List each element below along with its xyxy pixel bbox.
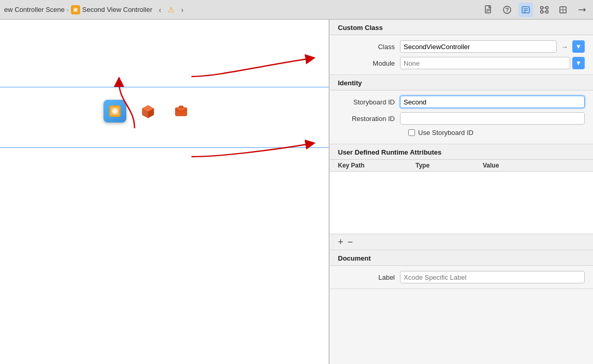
module-row: Module ▼ (338, 57, 585, 69)
nav-next-button[interactable]: › (176, 4, 188, 16)
svg-point-16 (546, 10, 548, 13)
table-footer: + − (330, 234, 593, 250)
runtime-attributes-header: User Defined Runtime Attributes (330, 144, 593, 160)
use-storyboard-id-label[interactable]: Use Storyboard ID (418, 129, 473, 136)
class-label: Class (338, 43, 400, 51)
icon-row (103, 100, 192, 123)
module-select-button[interactable]: ▼ (572, 57, 585, 69)
file-toolbar-button[interactable] (481, 3, 496, 17)
arrow-right-class-svg (176, 51, 321, 82)
restoration-id-input[interactable] (400, 112, 585, 125)
class-select-button[interactable]: ▼ (572, 40, 585, 53)
document-label-input-wrapper (400, 271, 585, 283)
controller-icon (71, 5, 80, 14)
col-value-header: Value (483, 162, 585, 169)
class-row: Class → ▼ (338, 40, 585, 53)
breadcrumb-scene: ew Controller Scene (4, 6, 65, 13)
table-body (330, 172, 593, 234)
restoration-id-row: Restoration ID (338, 112, 585, 125)
restoration-id-label: Restoration ID (338, 115, 400, 123)
nav-prev-button[interactable]: ‹ (154, 4, 166, 16)
help-toolbar-button[interactable]: ? (500, 3, 514, 17)
module-label: Module (338, 59, 400, 67)
document-label-input[interactable] (400, 271, 585, 283)
custom-class-header: Custom Class (330, 20, 593, 35)
right-panel: Custom Class Class → ▼ Module ▼ Identity (329, 20, 593, 364)
col-type-header: Type (416, 162, 483, 169)
selection-border-top (0, 87, 329, 87)
svg-point-2 (75, 9, 77, 11)
svg-point-15 (541, 10, 543, 13)
document-label-label: Label (338, 274, 400, 281)
svg-point-27 (114, 110, 116, 112)
use-storyboard-id-row: Use Storyboard ID (338, 129, 585, 136)
table-header-row: Key Path Type Value (330, 160, 593, 172)
restoration-id-input-wrapper (400, 112, 585, 125)
box-icon-button[interactable] (170, 100, 192, 123)
document-section: Label (330, 266, 593, 289)
identity-header: Identity (330, 75, 593, 90)
module-input-wrapper: ▼ (400, 57, 585, 69)
runtime-attributes-section: User Defined Runtime Attributes Key Path… (330, 144, 593, 250)
use-storyboard-id-checkbox[interactable] (408, 129, 415, 136)
identity-toolbar-button[interactable] (518, 3, 533, 17)
size-toolbar-button[interactable] (556, 3, 570, 17)
connections-toolbar-button[interactable] (537, 3, 552, 17)
attributes-toolbar-button[interactable] (574, 3, 589, 17)
add-attribute-button[interactable]: + (338, 237, 344, 247)
cube-icon-button[interactable] (137, 100, 159, 123)
toolbar-right: ? (481, 3, 589, 17)
custom-class-section: Class → ▼ Module ▼ (330, 35, 593, 75)
main-content: Custom Class Class → ▼ Module ▼ Identity (0, 20, 593, 364)
arrow-right-storyboard-svg (176, 131, 321, 162)
svg-point-14 (546, 6, 548, 9)
breadcrumb: ew Controller Scene › Second View Contro… (4, 5, 152, 14)
class-arrow-button[interactable]: → (559, 41, 570, 52)
module-input[interactable] (400, 57, 570, 69)
selection-border-bottom (0, 147, 329, 148)
storyboard-id-input[interactable] (400, 96, 585, 108)
document-header: Document (330, 250, 593, 266)
view-controller-icon-button[interactable] (103, 100, 126, 123)
class-input[interactable] (400, 40, 557, 53)
breadcrumb-controller[interactable]: Second View Controller (82, 6, 153, 13)
svg-rect-29 (179, 106, 183, 108)
class-input-wrapper: → ▼ (400, 40, 585, 53)
storyboard-id-input-wrapper (400, 96, 585, 108)
left-panel (0, 20, 329, 364)
storyboard-id-label: Storyboard ID (338, 98, 400, 106)
top-bar: ew Controller Scene › Second View Contro… (0, 0, 593, 20)
svg-point-13 (541, 6, 543, 9)
storyboard-id-row: Storyboard ID (338, 96, 585, 108)
identity-section: Storyboard ID Restoration ID Use Storybo… (330, 90, 593, 144)
col-keypath-header: Key Path (338, 162, 416, 169)
warning-icon: ⚠ (168, 5, 174, 14)
breadcrumb-separator: › (67, 7, 69, 13)
remove-attribute-button[interactable]: − (348, 237, 353, 247)
svg-text:?: ? (506, 7, 509, 13)
document-label-row: Label (338, 271, 585, 283)
